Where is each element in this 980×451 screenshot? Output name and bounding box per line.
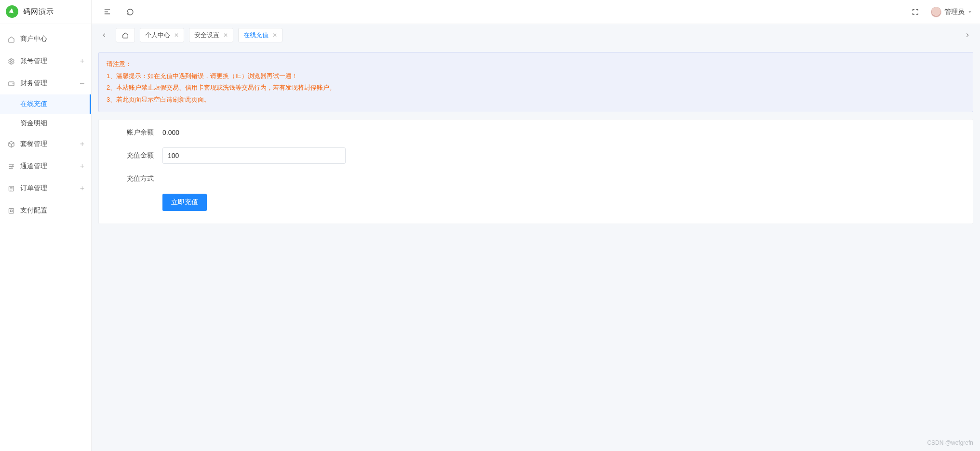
refresh-button[interactable] bbox=[122, 4, 138, 20]
tabs-next-button[interactable] bbox=[961, 28, 974, 42]
balance-row: 账户余额 0.000 bbox=[112, 128, 959, 137]
amount-row: 充值金额 bbox=[112, 147, 959, 164]
sidebar-item-label: 财务管理 bbox=[20, 79, 47, 88]
expand-indicator: – bbox=[80, 80, 84, 87]
sidebar-item-label: 支付配置 bbox=[20, 206, 47, 215]
wallet-icon bbox=[7, 80, 15, 87]
chevron-down-icon bbox=[967, 10, 972, 14]
settings-icon bbox=[7, 207, 15, 214]
tab-home[interactable] bbox=[116, 28, 135, 42]
sidebar-item-finance-manage[interactable]: 财务管理 – bbox=[0, 72, 91, 94]
home-outline-icon bbox=[7, 36, 15, 43]
brand: 码网演示 bbox=[0, 0, 91, 24]
svg-rect-5 bbox=[9, 208, 13, 213]
close-icon[interactable]: ✕ bbox=[223, 32, 228, 39]
brand-logo bbox=[6, 5, 19, 19]
tabs-prev-button[interactable] bbox=[97, 28, 111, 42]
tab-security-settings[interactable]: 安全设置 ✕ bbox=[189, 28, 233, 42]
sidebar-item-order-manage[interactable]: 订单管理 + bbox=[0, 177, 91, 199]
svg-point-0 bbox=[10, 60, 12, 62]
list-icon bbox=[7, 185, 15, 192]
user-label: 管理员 bbox=[944, 8, 965, 16]
sidebar-item-merchant-center[interactable]: 商户中心 bbox=[0, 28, 91, 50]
expand-indicator: + bbox=[80, 57, 84, 65]
tab-label: 个人中心 bbox=[145, 31, 170, 40]
notice-line: 1、温馨提示：如在充值中遇到错误，请更换（IE）浏览器再试一遍！ bbox=[107, 70, 965, 82]
sidebar-item-channel-manage[interactable]: 通道管理 + bbox=[0, 155, 91, 177]
user-menu[interactable]: 管理员 bbox=[931, 7, 972, 17]
nav: 商户中心 账号管理 + 财务管理 – 在线充值 bbox=[0, 24, 91, 222]
avatar bbox=[931, 7, 941, 17]
sidebar-subitem-online-recharge[interactable]: 在线充值 bbox=[0, 94, 91, 114]
tab-personal-center[interactable]: 个人中心 ✕ bbox=[140, 28, 184, 42]
balance-label: 账户余额 bbox=[112, 128, 154, 137]
sidebar-item-label: 套餐管理 bbox=[20, 140, 47, 148]
home-icon bbox=[122, 32, 129, 39]
sidebar-subitem-label: 在线充值 bbox=[20, 100, 47, 108]
tab-label: 在线充值 bbox=[243, 31, 268, 40]
expand-indicator: + bbox=[80, 185, 84, 192]
sidebar-item-label: 商户中心 bbox=[20, 35, 47, 43]
tab-online-recharge[interactable]: 在线充值 ✕ bbox=[238, 28, 282, 42]
close-icon[interactable]: ✕ bbox=[272, 32, 277, 39]
cube-icon bbox=[7, 141, 15, 148]
recharge-submit-button[interactable]: 立即充值 bbox=[162, 194, 207, 211]
brand-title: 码网演示 bbox=[23, 7, 54, 16]
topbar: 管理员 bbox=[92, 0, 980, 24]
close-icon[interactable]: ✕ bbox=[174, 32, 179, 39]
main: 管理员 个人中心 ✕ 安全设置 ✕ bbox=[92, 0, 980, 451]
balance-value: 0.000 bbox=[162, 129, 179, 136]
finance-subnav: 在线充值 资金明细 bbox=[0, 94, 91, 133]
svg-point-3 bbox=[11, 168, 13, 169]
svg-point-2 bbox=[12, 164, 13, 165]
notice-line: 3、若此页面显示空白请刷新此页面。 bbox=[107, 94, 965, 106]
sliders-icon bbox=[7, 163, 15, 170]
amount-input[interactable] bbox=[162, 147, 346, 164]
submit-row: 立即充值 bbox=[112, 194, 959, 211]
sidebar-item-label: 账号管理 bbox=[20, 57, 47, 66]
expand-indicator: + bbox=[80, 162, 84, 170]
gear-icon bbox=[7, 58, 15, 65]
notice-title: 请注意： bbox=[107, 58, 965, 70]
amount-label: 充值金额 bbox=[112, 151, 154, 160]
sidebar: 码网演示 商户中心 账号管理 + 财务管理 bbox=[0, 0, 92, 451]
expand-indicator: + bbox=[80, 140, 84, 148]
tabsbar: 个人中心 ✕ 安全设置 ✕ 在线充值 ✕ bbox=[92, 24, 980, 46]
notice-box: 请注意： 1、温馨提示：如在充值中遇到错误，请更换（IE）浏览器再试一遍！ 2、… bbox=[98, 52, 973, 112]
sidebar-subitem-label: 资金明细 bbox=[20, 119, 47, 128]
method-row: 充值方式 bbox=[112, 174, 959, 183]
sidebar-item-label: 通道管理 bbox=[20, 162, 47, 171]
tab-label: 安全设置 bbox=[194, 31, 219, 40]
sidebar-item-package-manage[interactable]: 套餐管理 + bbox=[0, 133, 91, 155]
sidebar-item-account-manage[interactable]: 账号管理 + bbox=[0, 50, 91, 72]
sidebar-item-label: 订单管理 bbox=[20, 184, 47, 193]
method-label: 充值方式 bbox=[112, 174, 154, 183]
notice-line: 2、本站账户禁止虚假交易、信用卡套现或洗钱等交易行为，若有发现将封停账户。 bbox=[107, 82, 965, 94]
content: 请注意： 1、温馨提示：如在充值中遇到错误，请更换（IE）浏览器再试一遍！ 2、… bbox=[92, 46, 980, 451]
sidebar-subitem-fund-details[interactable]: 资金明细 bbox=[0, 114, 91, 133]
sidebar-item-payment-config[interactable]: 支付配置 bbox=[0, 199, 91, 222]
fullscreen-button[interactable] bbox=[908, 4, 923, 20]
recharge-panel: 账户余额 0.000 充值金额 充值方式 立即充值 bbox=[98, 119, 973, 224]
collapse-sidebar-button[interactable] bbox=[99, 4, 115, 20]
